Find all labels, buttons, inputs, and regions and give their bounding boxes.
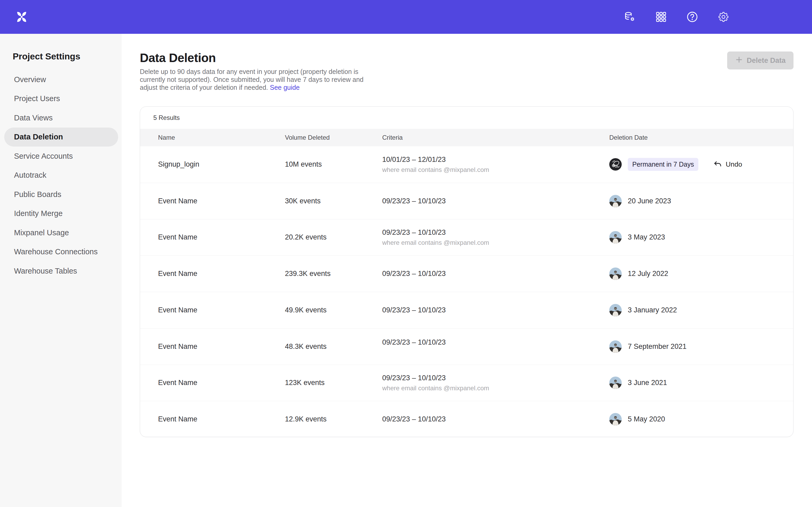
sidebar-item-public-boards[interactable]: Public Boards: [4, 185, 118, 204]
criteria-filter: where email contains @mixpanel.com: [382, 385, 489, 392]
page-description: Delete up to 90 days data for any event …: [140, 68, 373, 91]
undo-icon: [713, 160, 722, 169]
topbar-icon-group: [624, 0, 729, 34]
event-name: Event Name: [158, 365, 197, 401]
deletion-date: 3 January 2022: [628, 306, 677, 314]
results-count: 5 Results: [140, 107, 793, 129]
criteria-range: 09/23/23 – 10/10/23: [382, 228, 446, 237]
undo-button[interactable]: Undo: [713, 160, 742, 169]
deletion-date: 3 June 2021: [628, 379, 667, 387]
page-description-text: Delete up to 90 days data for any event …: [140, 68, 363, 91]
volume-deleted: 48.3K events: [285, 329, 327, 365]
criteria-range: 09/23/23 – 10/10/23: [382, 374, 446, 382]
criteria-range: 09/23/23 – 10/10/23: [382, 306, 446, 314]
table-row: Event Name 123K events 09/23/23 – 10/10/…: [140, 365, 793, 401]
criteria-range: 09/23/23 – 10/10/23: [382, 338, 446, 346]
main-content: Data Deletion Delete up to 90 days data …: [121, 34, 812, 507]
sidebar-item-identity-merge[interactable]: Identity Merge: [4, 204, 118, 223]
see-guide-link[interactable]: See guide: [270, 84, 300, 91]
event-name: Event Name: [158, 292, 197, 328]
page-title: Data Deletion: [140, 51, 216, 65]
table-header-row: Name Volume Deleted Criteria Deletion Da…: [140, 129, 793, 146]
event-name: Signup_login: [158, 146, 199, 183]
event-name: Event Name: [158, 219, 197, 256]
plus-icon: [735, 56, 743, 65]
deletion-date: 12 July 2022: [628, 270, 668, 278]
person-photo-avatar: [609, 377, 622, 389]
table-row: Event Name 49.9K events 09/23/23 – 10/10…: [140, 292, 793, 328]
person-photo-avatar: [609, 340, 622, 353]
criteria-filter: where email contains @mixpanel.com: [382, 239, 489, 246]
criteria-range: 09/23/23 – 10/10/23: [382, 197, 446, 205]
table-row: Event Name 48.3K events 09/23/23 – 10/10…: [140, 328, 793, 365]
volume-deleted: 49.9K events: [285, 292, 327, 328]
top-navigation-bar: [0, 0, 812, 34]
column-header-volume-deleted: Volume Deleted: [285, 129, 329, 146]
help-icon[interactable]: [686, 11, 698, 23]
volume-deleted: 20.2K events: [285, 219, 327, 256]
criteria-range: 09/23/23 – 10/10/23: [382, 415, 446, 423]
sidebar-nav: Overview Project Users Data Views Data D…: [0, 70, 121, 281]
sidebar-item-project-users[interactable]: Project Users: [4, 89, 118, 109]
table-row: Event Name 12.9K events 09/23/23 – 10/10…: [140, 401, 793, 437]
dark-doodle-avatar: [609, 158, 622, 171]
table-row: Event Name 239.3K events 09/23/23 – 10/1…: [140, 256, 793, 292]
criteria-range: 10/01/23 – 12/01/23: [382, 156, 446, 164]
person-photo-avatar: [609, 413, 622, 426]
settings-gear-icon[interactable]: [717, 11, 729, 23]
sidebar-item-autotrack[interactable]: Autotrack: [4, 166, 118, 185]
status-badge: Permanent in 7 Days: [628, 158, 698, 171]
column-header-name: Name: [158, 129, 175, 146]
event-name: Event Name: [158, 256, 197, 292]
criteria-filter: where email contains @mixpanel.com: [382, 166, 489, 173]
table-row: Event Name 30K events 09/23/23 – 10/10/2…: [140, 183, 793, 219]
criteria-range: 09/23/23 – 10/10/23: [382, 270, 446, 278]
delete-data-button[interactable]: Delete Data: [727, 52, 794, 69]
table-row: Signup_login 10M events 10/01/23 – 12/01…: [140, 146, 793, 183]
volume-deleted: 30K events: [285, 183, 321, 219]
volume-deleted: 239.3K events: [285, 256, 331, 292]
person-photo-avatar: [609, 195, 622, 207]
deletion-date: 5 May 2020: [628, 415, 665, 423]
volume-deleted: 12.9K events: [285, 401, 327, 437]
column-header-criteria: Criteria: [382, 129, 403, 146]
volume-deleted: 123K events: [285, 365, 324, 401]
sidebar-item-service-accounts[interactable]: Service Accounts: [4, 147, 118, 166]
sidebar-item-data-deletion[interactable]: Data Deletion: [4, 127, 118, 147]
deletion-requests-card: 5 Results Name Volume Deleted Criteria D…: [140, 106, 794, 437]
table-body: Signup_login 10M events 10/01/23 – 12/01…: [140, 146, 793, 437]
event-name: Event Name: [158, 329, 197, 365]
sidebar-heading: Project Settings: [13, 51, 121, 61]
undo-label: Undo: [725, 160, 742, 168]
person-photo-avatar: [609, 268, 622, 280]
deletion-date: 3 May 2023: [628, 233, 665, 241]
deletion-date: 7 September 2021: [628, 342, 687, 351]
event-name: Event Name: [158, 401, 197, 437]
sidebar-item-mixpanel-usage[interactable]: Mixpanel Usage: [4, 223, 118, 242]
column-header-deletion-date: Deletion Date: [609, 129, 648, 146]
database-gear-icon[interactable]: [624, 11, 636, 23]
volume-deleted: 10M events: [285, 146, 322, 183]
sidebar-item-overview[interactable]: Overview: [4, 70, 118, 89]
apps-grid-icon[interactable]: [655, 11, 667, 23]
sidebar-item-data-views[interactable]: Data Views: [4, 108, 118, 127]
event-name: Event Name: [158, 183, 197, 219]
person-photo-avatar: [609, 231, 622, 243]
mixpanel-logo-icon[interactable]: [15, 11, 28, 23]
table-row: Event Name 20.2K events 09/23/23 – 10/10…: [140, 219, 793, 256]
person-photo-avatar: [609, 304, 622, 316]
delete-data-button-label: Delete Data: [747, 57, 785, 65]
sidebar-item-warehouse-tables[interactable]: Warehouse Tables: [4, 262, 118, 281]
deletion-date: 20 June 2023: [628, 197, 671, 205]
sidebar-item-warehouse-connections[interactable]: Warehouse Connections: [4, 242, 118, 262]
settings-sidebar: Project Settings Overview Project Users …: [0, 34, 121, 507]
